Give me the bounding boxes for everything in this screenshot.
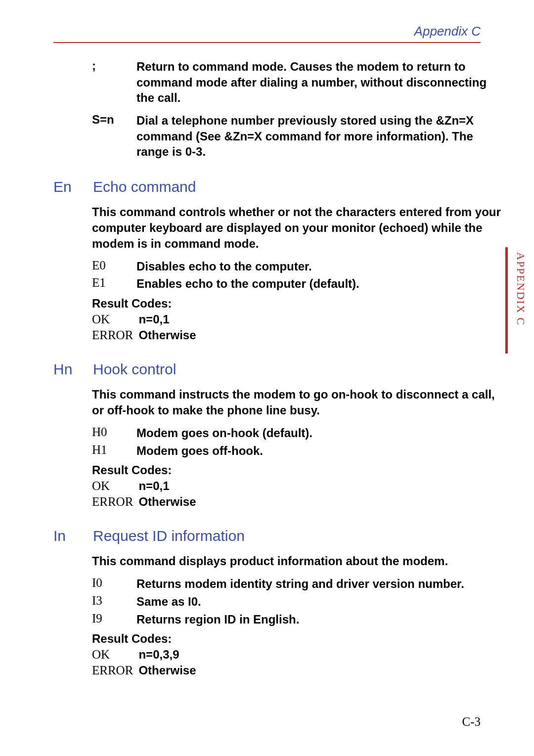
section-heading-hn: Hn Hook control (53, 361, 504, 378)
section-heading-in: In Request ID information (53, 528, 504, 544)
item-code: E1 (92, 276, 136, 292)
result-code: OK (92, 648, 136, 662)
result-code: OK (92, 479, 136, 493)
intro-code: S=n (92, 113, 136, 160)
section-code: Hn (53, 361, 93, 378)
result-code: ERROR (92, 664, 136, 677)
section-body-en: This command controls whether or not the… (92, 204, 504, 342)
page: Appendix C APPENDIX C ; Return to comman… (0, 0, 534, 756)
item-row: E0 Disables echo to the computer. (92, 259, 504, 274)
result-codes-label: Result Codes: (92, 463, 504, 477)
intro-text: Return to command mode. Causes the modem… (136, 59, 504, 106)
section-title: Request ID information (93, 528, 245, 544)
item-text: Enables echo to the computer (default). (136, 276, 504, 292)
item-row: I0 Returns modem identity string and dri… (92, 576, 504, 592)
intro-row: ; Return to command mode. Causes the mod… (92, 59, 504, 106)
result-text: Otherwise (138, 328, 196, 342)
item-row: E1 Enables echo to the computer (default… (92, 276, 504, 292)
intro-row: S=n Dial a telephone number previously s… (92, 113, 504, 160)
result-row: ERROR Otherwise (92, 495, 504, 509)
page-number: C-3 (462, 715, 481, 729)
item-code: H1 (92, 443, 136, 459)
result-row: ERROR Otherwise (92, 328, 504, 342)
result-code: ERROR (92, 495, 136, 509)
section-desc: This command controls whether or not the… (92, 204, 504, 252)
section-code: En (53, 178, 93, 195)
section-body-hn: This command instructs the modem to go o… (92, 387, 504, 509)
content: ; Return to command mode. Causes the mod… (53, 57, 504, 679)
side-tab-label: APPENDIX C (514, 252, 527, 326)
item-code: I0 (92, 576, 136, 592)
section-heading-en: En Echo command (53, 178, 504, 195)
item-text: Returns modem identity string and driver… (136, 576, 504, 592)
section-title: Hook control (93, 361, 176, 378)
item-text: Modem goes on-hook (default). (136, 425, 504, 441)
item-row: I9 Returns region ID in English. (92, 612, 504, 627)
item-code: E0 (92, 259, 136, 274)
item-code: I3 (92, 594, 136, 610)
result-text: Otherwise (138, 495, 196, 508)
item-text: Returns region ID in English. (136, 612, 504, 627)
section-title: Echo command (93, 178, 196, 195)
result-row: OK n=0,3,9 (92, 648, 504, 662)
section-desc: This command instructs the modem to go o… (92, 387, 504, 418)
item-text: Same as I0. (136, 594, 504, 610)
item-row: H1 Modem goes off-hook. (92, 443, 504, 459)
intro-text: Dial a telephone number previously store… (136, 113, 504, 160)
side-tab-bar (505, 247, 508, 354)
result-code: OK (92, 312, 136, 326)
intro-code: ; (92, 59, 136, 106)
result-row: OK n=0,1 (92, 479, 504, 493)
side-tab: APPENDIX C (505, 247, 534, 354)
result-text: n=0,1 (138, 479, 169, 492)
header-appendix-title: Appendix C (414, 24, 481, 39)
item-row: H0 Modem goes on-hook (default). (92, 425, 504, 441)
result-codes-label: Result Codes: (92, 632, 504, 646)
item-text: Disables echo to the computer. (136, 259, 504, 274)
result-row: ERROR Otherwise (92, 664, 504, 677)
section-code: In (53, 528, 93, 544)
result-row: OK n=0,1 (92, 312, 504, 326)
item-row: I3 Same as I0. (92, 594, 504, 610)
section-desc: This command displays product informatio… (92, 553, 504, 569)
result-text: n=0,3,9 (138, 648, 179, 661)
section-body-in: This command displays product informatio… (92, 553, 504, 677)
result-text: n=0,1 (138, 312, 169, 326)
intro-block: ; Return to command mode. Causes the mod… (92, 59, 504, 160)
item-text: Modem goes off-hook. (136, 443, 504, 459)
header-divider (53, 42, 481, 43)
result-text: Otherwise (138, 664, 196, 677)
result-codes-label: Result Codes: (92, 297, 504, 311)
result-code: ERROR (92, 328, 136, 342)
item-code: H0 (92, 425, 136, 441)
item-code: I9 (92, 612, 136, 627)
